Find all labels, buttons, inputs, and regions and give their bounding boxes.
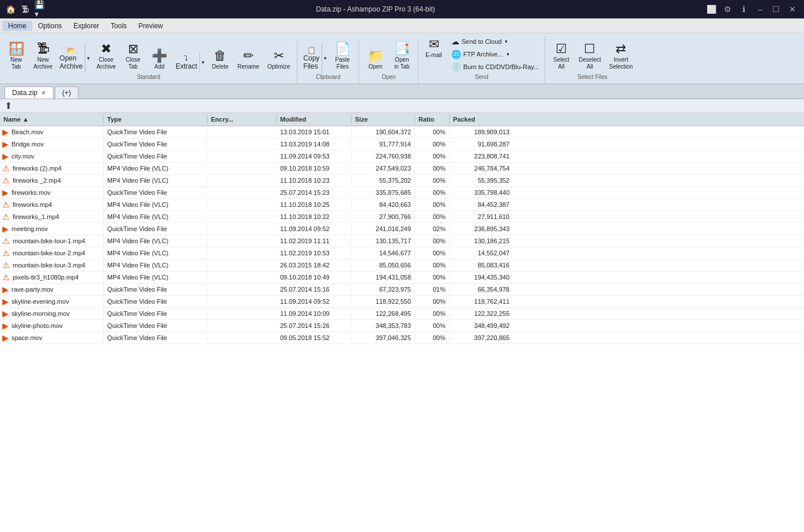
- menu-tools[interactable]: Tools: [105, 21, 133, 31]
- file-size-cell: 85,050,656: [352, 261, 415, 270]
- close-button[interactable]: ✕: [786, 2, 799, 16]
- open-in-tab-button[interactable]: 📑 Openin Tab: [389, 40, 414, 73]
- file-size-cell: 194,431,058: [352, 273, 415, 282]
- col-ratio[interactable]: Ratio: [415, 115, 450, 124]
- copy-files-button[interactable]: 📋 CopyFiles: [301, 44, 322, 73]
- close-tab-button[interactable]: ⊠ CloseTab: [120, 40, 146, 73]
- table-row[interactable]: ⚠ fireworks _2.mp4 MP4 Video File (VLC) …: [0, 175, 804, 187]
- open-archive-label: OpenArchive: [59, 54, 82, 70]
- menu-options[interactable]: Options: [32, 21, 67, 31]
- menubar: Home Options Explorer Tools Preview: [0, 18, 804, 33]
- burn-button[interactable]: 💿 Burn to CD/DVD/Blu-Ray...: [449, 61, 541, 73]
- file-size-cell: 122,268,495: [352, 309, 415, 318]
- menu-home[interactable]: Home: [2, 21, 32, 31]
- table-row[interactable]: ▶ skyline-morning.mov QuickTime Video Fi…: [0, 308, 804, 320]
- table-row[interactable]: ⚠ mountain-bike-tour-1.mp4 MP4 Video Fil…: [0, 235, 804, 247]
- invert-selection-label: InvertSelection: [609, 56, 633, 70]
- tab-add[interactable]: (+): [55, 86, 78, 99]
- extract-dropdown[interactable]: ▾: [199, 52, 206, 73]
- file-packed-cell: 118,762,411: [450, 297, 513, 306]
- menu-explorer[interactable]: Explorer: [67, 21, 105, 31]
- file-ratio-cell: 00%: [415, 333, 450, 342]
- minimize-button[interactable]: –: [753, 2, 767, 16]
- app-home-icon[interactable]: 🏠: [5, 3, 16, 15]
- open-button[interactable]: 📁 Open: [363, 47, 388, 73]
- file-encrypted-cell: [207, 203, 277, 206]
- file-type-icon: ⚠: [2, 248, 10, 258]
- table-row[interactable]: ▶ Bridge.mov QuickTime Video File 13.03.…: [0, 138, 804, 150]
- file-packed-cell: 397,220,865: [450, 333, 513, 342]
- file-packed-cell: 66,354,978: [450, 285, 513, 294]
- optimize-button[interactable]: ✂ Optimize: [264, 47, 293, 73]
- file-ratio-cell: 00%: [415, 188, 450, 197]
- tab-data-zip[interactable]: Data.zip ✕: [5, 86, 54, 99]
- table-row[interactable]: ▶ Beach.mov QuickTime Video File 13.03.2…: [0, 126, 804, 138]
- app-save-icon[interactable]: 💾▾: [35, 3, 46, 15]
- table-row[interactable]: ⚠ mountain-bike-tour-3.mp4 MP4 Video Fil…: [0, 259, 804, 271]
- file-type-icon: ▶: [2, 309, 9, 318]
- col-packed[interactable]: Packed: [450, 115, 513, 124]
- email-button[interactable]: ✉ E-mail: [422, 36, 445, 61]
- col-encrypted[interactable]: Encry...: [207, 115, 277, 124]
- table-row[interactable]: ⚠ fireworks_1.mp4 MP4 Video File (VLC) 1…: [0, 211, 804, 223]
- file-list-header: Name ▲ Type Encry... Modified Size Ratio…: [0, 113, 804, 126]
- close-archive-icon: ✖: [101, 43, 111, 55]
- paste-files-button[interactable]: 📄 PasteFiles: [330, 40, 355, 73]
- table-row[interactable]: ▶ rave-party.mov QuickTime Video File 25…: [0, 284, 804, 296]
- open-archive-split: 📂 OpenArchive ▾: [57, 44, 92, 73]
- file-size-cell: 335,875,685: [352, 188, 415, 197]
- window-settings-icon[interactable]: ⚙: [721, 2, 735, 16]
- open-in-tab-icon: 📑: [394, 43, 410, 55]
- copy-files-dropdown[interactable]: ▾: [322, 44, 329, 73]
- tab-data-zip-label: Data.zip: [12, 89, 37, 97]
- tab-data-zip-close[interactable]: ✕: [41, 89, 46, 97]
- new-archive-button[interactable]: 🗜 NewArchive: [30, 40, 56, 73]
- window-info-icon[interactable]: ℹ: [737, 2, 751, 16]
- app-zip-icon[interactable]: 🗜: [20, 3, 31, 15]
- col-modified[interactable]: Modified: [277, 115, 352, 124]
- deselect-all-icon: ☐: [584, 43, 595, 55]
- close-archive-label: CloseArchive: [96, 56, 115, 70]
- menu-preview[interactable]: Preview: [133, 21, 169, 31]
- maximize-button[interactable]: ☐: [769, 2, 783, 16]
- file-type-cell: MP4 Video File (VLC): [104, 164, 207, 173]
- file-list-container: Name ▲ Type Encry... Modified Size Ratio…: [0, 113, 804, 532]
- col-size[interactable]: Size: [352, 115, 415, 124]
- table-row[interactable]: ▶ fireworks.mov QuickTime Video File 25.…: [0, 187, 804, 199]
- table-row[interactable]: ⚠ mountain-bike-tour-2.mp4 MP4 Video Fil…: [0, 247, 804, 259]
- table-row[interactable]: ▶ meeting.mov QuickTime Video File 11.09…: [0, 223, 804, 235]
- upload-row: ⬆: [0, 99, 804, 113]
- file-name: space.mov: [12, 334, 42, 341]
- select-all-button[interactable]: ☑ SelectAll: [549, 40, 574, 73]
- file-type-cell: MP4 Video File (VLC): [104, 273, 207, 282]
- table-row[interactable]: ⚠ fireworks.mp4 MP4 Video File (VLC) 11.…: [0, 199, 804, 211]
- table-row[interactable]: ▶ city.mov QuickTime Video File 11.09.20…: [0, 150, 804, 163]
- window-log-icon[interactable]: ⬜: [705, 2, 719, 16]
- delete-button[interactable]: 🗑 Delete: [207, 47, 233, 73]
- deselect-all-button[interactable]: ☐ DeselectAll: [575, 40, 605, 73]
- file-modified-cell: 11.09.2014 09:52: [277, 224, 352, 233]
- file-name-cell: ⚠ fireworks (2).mp4: [0, 163, 104, 174]
- extract-button[interactable]: ⤵ Extract: [173, 52, 199, 73]
- ftp-archive-label: FTP Archive...: [463, 51, 503, 58]
- open-archive-button[interactable]: 📂 OpenArchive: [57, 44, 85, 73]
- new-tab-button[interactable]: 🪟 NewTab: [3, 40, 29, 73]
- open-archive-dropdown[interactable]: ▾: [85, 44, 92, 73]
- ftp-archive-button[interactable]: 🌐 FTP Archive... ▾: [449, 48, 541, 60]
- rename-button[interactable]: ✏ Rename: [234, 47, 263, 73]
- send-to-cloud-label: Send to Cloud: [462, 38, 502, 45]
- upload-arrow-icon[interactable]: ⬆: [5, 101, 12, 111]
- close-archive-button[interactable]: ✖ CloseArchive: [93, 40, 119, 73]
- table-row[interactable]: ⚠ fireworks (2).mp4 MP4 Video File (VLC)…: [0, 163, 804, 175]
- send-to-cloud-button[interactable]: ☁ Send to Cloud ▾: [449, 36, 541, 47]
- col-name[interactable]: Name ▲: [0, 115, 104, 124]
- table-row[interactable]: ▶ skyline-evening.mov QuickTime Video Fi…: [0, 296, 804, 308]
- send-right-options: ☁ Send to Cloud ▾ 🌐 FTP Archive... ▾ 💿 B…: [449, 36, 541, 73]
- col-type[interactable]: Type: [104, 115, 207, 124]
- file-type-cell: QuickTime Video File: [104, 333, 207, 342]
- table-row[interactable]: ▶ space.mov QuickTime Video File 09.05.2…: [0, 332, 804, 344]
- table-row[interactable]: ▶ skyline-photo.mov QuickTime Video File…: [0, 320, 804, 332]
- invert-selection-button[interactable]: ⇄ InvertSelection: [606, 40, 636, 73]
- table-row[interactable]: ⚠ pixels-tlr3_h1080p.mp4 MP4 Video File …: [0, 271, 804, 284]
- add-button[interactable]: ➕ Add: [147, 47, 172, 73]
